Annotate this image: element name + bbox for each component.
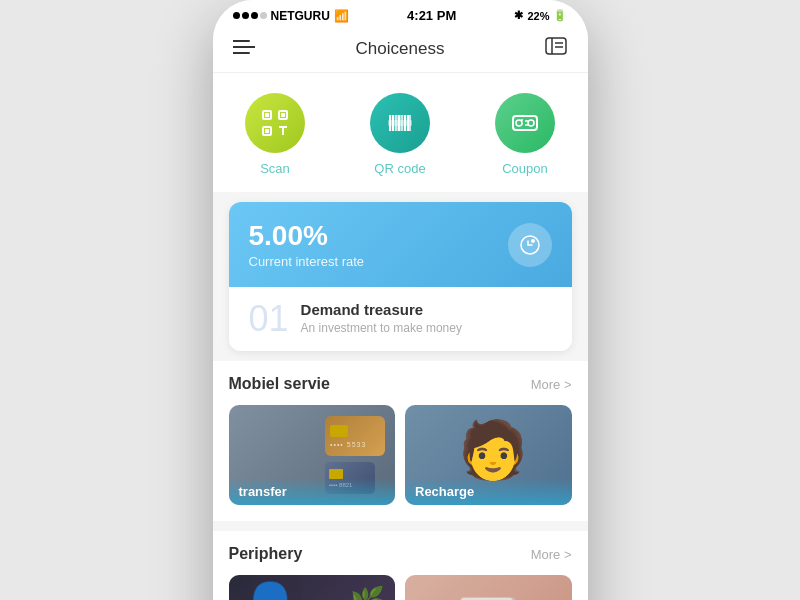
main-content: Scan QR code [213, 73, 588, 600]
qr-icon-circle [370, 93, 430, 153]
interest-desc: Demand treasure An investment to make mo… [301, 301, 462, 335]
svg-point-25 [516, 120, 522, 126]
svg-rect-3 [546, 38, 566, 54]
transfer-label: transfer [229, 478, 396, 505]
mobile-service-more[interactable]: More > [531, 377, 572, 392]
coupon-action[interactable]: Coupon [495, 93, 555, 176]
periphery-more[interactable]: More > [531, 547, 572, 562]
qr-label: QR code [374, 161, 425, 176]
mobile-service-section: Mobiel servie More > •••• 5533 [213, 361, 588, 521]
qr-action[interactable]: QR code [370, 93, 430, 176]
status-bar: NETGURU 📶 4:21 PM ✱ 22% 🔋 [213, 0, 588, 27]
interest-number: 01 [249, 301, 289, 337]
app-title: Choiceness [356, 39, 445, 59]
periphery1-bg: 👤 🌿 [229, 575, 396, 600]
status-right: ✱ 22% 🔋 [514, 9, 567, 22]
scan-label: Scan [260, 161, 290, 176]
nav-bar: Choiceness [213, 27, 588, 73]
carrier-label: NETGURU [271, 9, 330, 23]
bluetooth-icon: ✱ [514, 9, 523, 22]
phone-frame: NETGURU 📶 4:21 PM ✱ 22% 🔋 Choiceness [213, 0, 588, 600]
interest-rate: 5.00% [249, 220, 365, 252]
coupon-nav-icon[interactable] [545, 35, 567, 62]
coupon-label: Coupon [502, 161, 548, 176]
battery-icon: 🔋 [553, 9, 567, 22]
interest-info: 5.00% Current interest rate [249, 220, 365, 269]
transfer-card[interactable]: •••• 5533 •••• 8821 transfer [229, 405, 396, 505]
status-left: NETGURU 📶 [233, 9, 349, 23]
dot1 [233, 12, 240, 19]
mobile-service-title: Mobiel servie [229, 375, 330, 393]
battery-label: 22% [527, 10, 549, 22]
svg-rect-11 [281, 113, 285, 117]
interest-top: 5.00% Current interest rate [229, 202, 572, 287]
dot4 [260, 12, 267, 19]
interest-card: 5.00% Current interest rate 01 Demand tr… [229, 202, 572, 351]
svg-point-31 [531, 239, 535, 243]
signal-dots [233, 12, 267, 19]
periphery-title: Periphery [229, 545, 303, 563]
scan-icon-circle [245, 93, 305, 153]
interest-label: Current interest rate [249, 254, 365, 269]
interest-title: Demand treasure [301, 301, 462, 318]
periphery-section: Periphery More > 👤 🌿 👨‍👩‍👧 [213, 531, 588, 600]
svg-rect-10 [265, 113, 269, 117]
recharge-card[interactable]: 🧑 Recharge [405, 405, 572, 505]
interest-bottom: 01 Demand treasure An investment to make… [229, 287, 572, 351]
mobile-service-header: Mobiel servie More > [229, 375, 572, 393]
mobile-service-grid: •••• 5533 •••• 8821 transfer 🧑 [229, 405, 572, 505]
periphery-grid: 👤 🌿 👨‍👩‍👧 [229, 575, 572, 600]
quick-actions: Scan QR code [213, 73, 588, 192]
dot3 [251, 12, 258, 19]
periphery-card-2[interactable]: 👨‍👩‍👧 [405, 575, 572, 600]
interest-subtitle: An investment to make money [301, 321, 462, 335]
periphery-header: Periphery More > [229, 545, 572, 563]
periphery-card-1[interactable]: 👤 🌿 [229, 575, 396, 600]
coupon-icon-circle [495, 93, 555, 153]
scan-action[interactable]: Scan [245, 93, 305, 176]
svg-point-26 [528, 120, 534, 126]
interest-button[interactable] [508, 223, 552, 267]
recharge-label: Recharge [405, 478, 572, 505]
menu-icon[interactable] [233, 37, 255, 60]
svg-rect-12 [265, 129, 269, 133]
wifi-icon: 📶 [334, 9, 349, 23]
status-time: 4:21 PM [407, 8, 456, 23]
periphery2-bg: 👨‍👩‍👧 [405, 575, 572, 600]
dot2 [242, 12, 249, 19]
